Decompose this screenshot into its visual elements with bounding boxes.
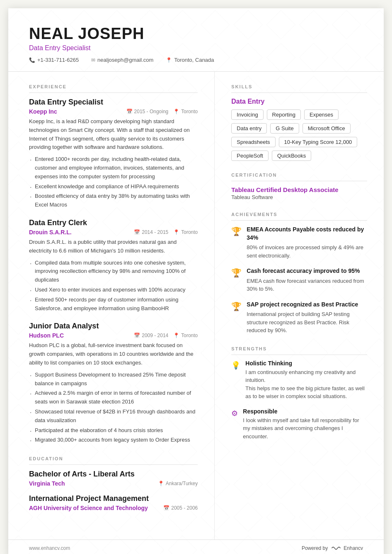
achievements-section-title: ACHIEVEMENTS: [231, 212, 367, 221]
job-1: Data Entry Specialist Koepp Inc 📅 2015 -…: [29, 98, 198, 209]
bullet-item: Boosted efficiency of data entry by 38% …: [29, 192, 198, 209]
bullet-item: Entered 500+ records per day of customer…: [29, 296, 198, 313]
footer-website: www.enhancv.com: [29, 545, 70, 551]
skill-10key: 10-Key Typing Score 12,000: [279, 137, 358, 147]
certification-section-title: CERTIFICATION: [231, 173, 367, 181]
skills-category: Data Entry: [231, 98, 367, 105]
edu-1-degree: Bachelor of Arts - Liberal Arts: [29, 470, 198, 479]
job-2: Data Entry Clerk Drouin S.A.R.L. 📅 2014 …: [29, 219, 198, 313]
phone-value: +1-331-711-6265: [37, 57, 79, 63]
job-2-period: 📅 2014 - 2015: [134, 229, 168, 235]
calendar-icon-1: 📅: [126, 109, 133, 114]
strength-2: ⚙ Responsible I look within myself and t…: [231, 408, 367, 441]
footer: www.enhancv.com Powered by Enhancv: [8, 539, 384, 554]
location-value: Toronto, Canada: [174, 57, 214, 63]
achievement-1-desc: 80% of invoices are processed simply & 4…: [247, 243, 367, 260]
job-2-company: Drouin S.A.R.L.: [29, 229, 72, 236]
trophy-icon-1: 🏆: [231, 226, 242, 260]
calendar-icon-2: 📅: [134, 229, 140, 235]
skill-expenses: Expenses: [304, 109, 339, 120]
education-section: EDUCATION Bachelor of Arts - Liberal Art…: [29, 456, 198, 511]
job-1-period: 📅 2015 - Ongoing: [126, 109, 169, 114]
strengths-section: STRENGTHS 💡 Holistic Thinking I am conti…: [231, 346, 367, 441]
header-section: NEAL JOSEPH Data Entry Specialist 📞 +1-3…: [8, 8, 384, 72]
job-2-location: 📍 Toronto: [173, 229, 198, 235]
footer-brand: Powered by Enhancv: [302, 545, 363, 552]
job-1-title: Data Entry Specialist: [29, 98, 198, 107]
job-2-company-row: Drouin S.A.R.L. 📅 2014 - 2015 📍 Toronto: [29, 229, 198, 236]
job-3: Junior Data Analyst Hudson PLC 📅 2009 - …: [29, 322, 198, 445]
job-3-bullets: Support Business Development to Increase…: [29, 371, 198, 445]
bullet-item: Used Xero to enter invoices and expenses…: [29, 286, 198, 294]
skill-data-entry: Data entry: [231, 123, 267, 134]
bullet-item: Showcased total revenue of $42B in FY16 …: [29, 408, 198, 425]
strength-1: 💡 Holistic Thinking I am continuously en…: [231, 360, 367, 401]
phone-contact: 📞 +1-331-711-6265: [29, 57, 79, 63]
achievement-2: 🏆 Cash forecast accuracy improved to 95%…: [231, 267, 367, 293]
achievement-2-content: Cash forecast accuracy improved to 95% E…: [247, 267, 367, 293]
job-2-bullets: Compiled data from multiple sources into…: [29, 259, 198, 313]
job-1-bullets: Entered 1000+ records per day, including…: [29, 155, 198, 209]
bullet-item: Participated at the elaboration of 4 hou…: [29, 426, 198, 435]
location-icon: 📍: [166, 57, 172, 63]
achievement-3: 🏆 SAP project recognized as Best Practic…: [231, 301, 367, 335]
edu-2-period: 📅 2005 - 2006: [163, 505, 198, 511]
lightbulb-icon: 💡: [231, 361, 240, 401]
gear-person-icon: ⚙: [231, 409, 238, 441]
resume-content: NEAL JOSEPH Data Entry Specialist 📞 +1-3…: [8, 8, 384, 554]
calendar-icon-3: 📅: [134, 333, 140, 338]
edu-2-row: AGH University of Science and Technology…: [29, 505, 198, 511]
left-column: EXPERIENCE Data Entry Specialist Koepp I…: [8, 72, 215, 539]
job-1-meta: 📅 2015 - Ongoing 📍 Toronto: [126, 109, 198, 114]
edu-2-school: AGH University of Science and Technology: [29, 505, 148, 511]
achievement-2-desc: EMEA cash flow forecast variances reduce…: [247, 277, 367, 293]
job-1-location: 📍 Toronto: [173, 109, 198, 114]
job-2-meta: 📅 2014 - 2015 📍 Toronto: [134, 229, 198, 235]
edu-2: International Project Management AGH Uni…: [29, 494, 198, 511]
achievement-1: 🏆 EMEA Accounts Payable costs reduced by…: [231, 226, 367, 260]
skill-quickbooks: QuickBooks: [272, 151, 311, 161]
location-icon-1: 📍: [173, 109, 179, 114]
achievement-2-title: Cash forecast accuracy improved to 95%: [247, 267, 367, 275]
trophy-icon-3: 🏆: [231, 301, 242, 335]
job-2-title: Data Entry Clerk: [29, 219, 198, 227]
job-3-period: 📅 2009 - 2014: [134, 333, 168, 338]
bullet-item: Support Business Development to Increase…: [29, 371, 198, 388]
job-1-company: Koepp Inc: [29, 108, 57, 115]
edu-1-row: Virginia Tech 📍 Ankara/Turkey: [29, 480, 198, 487]
job-3-meta: 📅 2009 - 2014 📍 Toronto: [134, 333, 198, 338]
main-body: EXPERIENCE Data Entry Specialist Koepp I…: [8, 72, 384, 539]
skill-invoicing: Invoicing: [231, 109, 263, 120]
trophy-icon-2: 🏆: [231, 268, 242, 293]
skill-microsoft-office: Microsoft Office: [302, 123, 351, 134]
resume-document: NEAL JOSEPH Data Entry Specialist 📞 +1-3…: [8, 8, 384, 554]
certification-section: CERTIFICATION Tableau Certified Desktop …: [231, 173, 367, 200]
edu-1-school: Virginia Tech: [29, 480, 65, 487]
skill-gsuite: G Suite: [270, 123, 299, 134]
skill-spreadsheets: Spreadsheets: [231, 137, 275, 147]
contact-row: 📞 +1-331-711-6265 ✉ nealjoseph@gmail.com…: [29, 57, 363, 63]
email-value: nealjoseph@gmail.com: [97, 57, 153, 63]
skill-peoplesoft: PeopleSoft: [231, 151, 269, 161]
job-3-location: 📍 Toronto: [173, 333, 198, 338]
achievement-3-content: SAP project recognized as Best Practice …: [247, 301, 367, 335]
right-column: SKILLS Data Entry Invoicing Reporting Ex…: [215, 72, 384, 539]
bullet-item: Excellent knowledge and compliance of HI…: [29, 182, 198, 191]
location-icon-edu1: 📍: [158, 481, 164, 486]
strength-1-title: Holistic Thinking: [245, 360, 367, 367]
achievement-3-desc: International project of building SAP te…: [247, 310, 367, 335]
strengths-section-title: STRENGTHS: [231, 346, 367, 355]
cert-org: Tableau Software: [231, 194, 367, 200]
bullet-item: Migrated 30,000+ accounts from legacy sy…: [29, 436, 198, 445]
achievement-3-title: SAP project recognized as Best Practice: [247, 301, 367, 309]
skill-reporting: Reporting: [267, 109, 301, 120]
experience-section: EXPERIENCE Data Entry Specialist Koepp I…: [29, 84, 198, 445]
strength-1-content: Holistic Thinking I am continuously enha…: [245, 360, 367, 401]
brand-name: Enhancv: [344, 545, 363, 551]
edu-1: Bachelor of Arts - Liberal Arts Virginia…: [29, 470, 198, 487]
job-3-company: Hudson PLC: [29, 332, 64, 339]
location-contact: 📍 Toronto, Canada: [166, 57, 214, 63]
achievement-1-content: EMEA Accounts Payable costs reduced by 3…: [247, 226, 367, 260]
bullet-item: Achieved a 2.5% margin of error in terms…: [29, 389, 198, 406]
powered-by-text: Powered by: [302, 545, 328, 551]
